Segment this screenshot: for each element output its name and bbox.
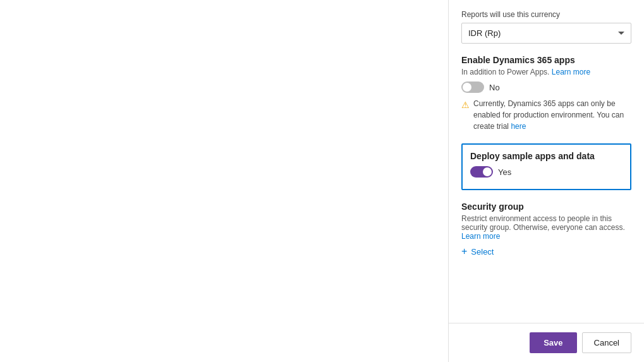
enable-dynamics-title: Enable Dynamics 365 apps bbox=[461, 55, 631, 65]
enable-dynamics-toggle-track bbox=[461, 81, 484, 93]
enable-dynamics-toggle-thumb bbox=[463, 83, 471, 92]
save-button[interactable]: Save bbox=[530, 332, 576, 353]
enable-dynamics-toggle-row: No bbox=[461, 81, 631, 93]
enable-dynamics-learn-more[interactable]: Learn more bbox=[552, 68, 590, 76]
enable-dynamics-toggle[interactable] bbox=[461, 81, 484, 93]
left-panel bbox=[0, 0, 449, 362]
right-panel-content: Reports will use this currency IDR (Rp) … bbox=[449, 0, 644, 362]
deploy-sample-apps-toggle[interactable] bbox=[470, 166, 493, 178]
security-group-learn-more[interactable]: Learn more bbox=[461, 232, 500, 241]
warning-link[interactable]: here bbox=[511, 122, 526, 131]
deploy-sample-apps-section: Deploy sample apps and data Yes bbox=[461, 143, 631, 190]
warning-icon: ⚠ bbox=[461, 99, 470, 132]
currency-section: Reports will use this currency IDR (Rp) bbox=[461, 10, 631, 44]
currency-label: Reports will use this currency bbox=[461, 10, 631, 19]
currency-value: IDR (Rp) bbox=[468, 28, 501, 38]
security-group-desc: Restrict environment access to people in… bbox=[461, 214, 631, 241]
warning-text: Currently, Dynamics 365 apps can only be… bbox=[473, 98, 631, 132]
right-panel-wrapper: Reports will use this currency IDR (Rp) … bbox=[449, 0, 644, 362]
plus-icon: + bbox=[461, 246, 467, 257]
footer-actions: Save Cancel bbox=[449, 323, 644, 362]
security-group-title: Security group bbox=[461, 202, 631, 212]
deploy-sample-apps-title: Deploy sample apps and data bbox=[470, 151, 623, 161]
enable-dynamics-desc: In addition to Power Apps. Learn more bbox=[461, 68, 631, 76]
enable-dynamics-toggle-label: No bbox=[489, 83, 500, 92]
security-group-section: Security group Restrict environment acce… bbox=[461, 202, 631, 257]
warning-box: ⚠ Currently, Dynamics 365 apps can only … bbox=[461, 98, 631, 132]
deploy-sample-apps-toggle-label: Yes bbox=[498, 167, 511, 177]
security-group-select-label: Select bbox=[471, 247, 494, 256]
currency-dropdown[interactable]: IDR (Rp) bbox=[461, 23, 631, 44]
deploy-sample-apps-toggle-row: Yes bbox=[470, 166, 623, 178]
security-group-select-button[interactable]: + Select bbox=[461, 246, 494, 257]
cancel-button[interactable]: Cancel bbox=[582, 332, 631, 353]
enable-dynamics-section: Enable Dynamics 365 apps In addition to … bbox=[461, 55, 631, 132]
deploy-sample-apps-toggle-track bbox=[470, 166, 493, 178]
chevron-down-icon bbox=[618, 32, 624, 35]
deploy-sample-apps-toggle-thumb bbox=[483, 167, 492, 176]
